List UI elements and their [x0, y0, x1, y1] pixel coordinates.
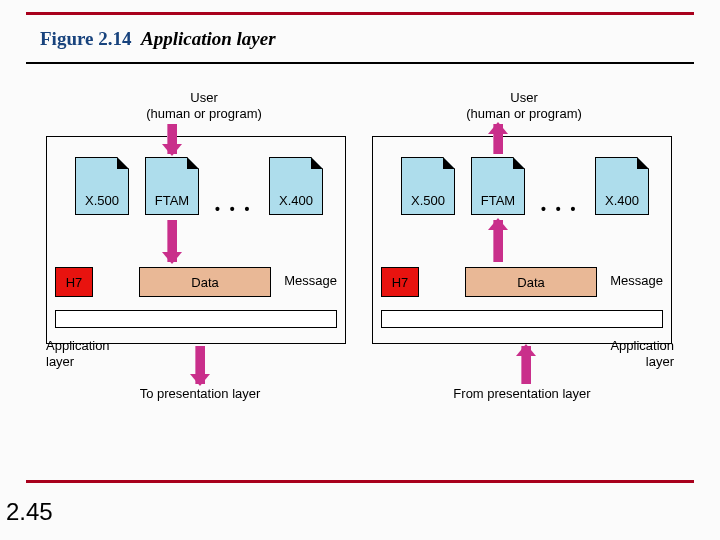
header-h7: H7 — [381, 267, 419, 297]
protocol-doc-x500: X.500 — [401, 157, 455, 215]
figure-title: Figure 2.14 Application layer — [40, 28, 276, 50]
top-rule — [26, 12, 694, 15]
protocol-doc-x500: X.500 — [75, 157, 129, 215]
header-h7: H7 — [55, 267, 93, 297]
user-line2: (human or program) — [466, 106, 582, 121]
figure-number: Figure 2.14 — [40, 28, 131, 49]
protocol-doc-ftam: FTAM — [471, 157, 525, 215]
arrow-down-icon — [164, 220, 180, 262]
ellipsis-icon: • • • — [215, 201, 252, 217]
protocol-doc-x400: X.400 — [595, 157, 649, 215]
slide-number: 2.45 — [6, 498, 53, 526]
message-row: H7 Data Message — [381, 267, 663, 303]
message-label: Message — [610, 273, 663, 288]
layer-label-right: Application layer — [584, 338, 674, 369]
arrow-up-icon — [490, 124, 506, 154]
user-label-left: User (human or program) — [134, 90, 274, 121]
to-presentation-label: To presentation layer — [100, 386, 300, 401]
from-presentation-label: From presentation layer — [422, 386, 622, 401]
arrow-down-icon — [164, 124, 180, 154]
arrow-down-icon — [192, 346, 208, 384]
protocol-doc-x400: X.400 — [269, 157, 323, 215]
message-row: H7 Data Message — [55, 267, 337, 303]
arrow-up-icon — [518, 346, 534, 384]
user-line2: (human or program) — [146, 106, 262, 121]
inner-band — [381, 310, 663, 328]
panel-receiver: X.500 FTAM • • • X.400 H7 Data Message — [372, 136, 672, 344]
diagram: User (human or program) User (human or p… — [40, 90, 680, 410]
data-box: Data — [465, 267, 597, 297]
inner-band — [55, 310, 337, 328]
user-line1: User — [510, 90, 537, 105]
panel-sender: X.500 FTAM • • • X.400 H7 Data Message — [46, 136, 346, 344]
layer-label-left: Application layer — [46, 338, 136, 369]
data-box: Data — [139, 267, 271, 297]
protocol-row: X.500 FTAM • • • X.400 — [373, 157, 671, 221]
user-line1: User — [190, 90, 217, 105]
figure-caption: Application layer — [141, 28, 276, 49]
bottom-rule — [26, 480, 694, 483]
ellipsis-icon: • • • — [541, 201, 578, 217]
title-underline — [26, 62, 694, 64]
protocol-row: X.500 FTAM • • • X.400 — [47, 157, 345, 221]
protocol-doc-ftam: FTAM — [145, 157, 199, 215]
user-label-right: User (human or program) — [454, 90, 594, 121]
arrow-up-icon — [490, 220, 506, 262]
message-label: Message — [284, 273, 337, 288]
